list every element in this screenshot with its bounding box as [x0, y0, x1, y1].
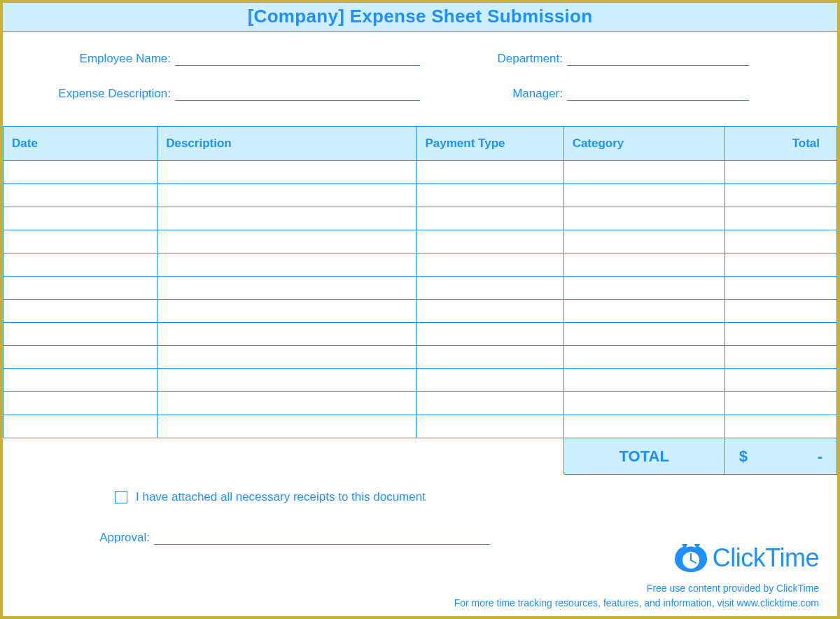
- cell-date[interactable]: [4, 346, 158, 369]
- employee-name-field: Employee Name:: [31, 50, 423, 66]
- col-header-description: Description: [158, 127, 416, 161]
- manager-input[interactable]: [567, 85, 749, 101]
- cell-date[interactable]: [4, 323, 158, 346]
- expense-description-field: Expense Description:: [31, 85, 423, 101]
- expense-sheet-document: [Company] Expense Sheet Submission Emplo…: [0, 0, 840, 619]
- cell-category[interactable]: [564, 415, 724, 438]
- manager-label: Manager:: [423, 87, 563, 101]
- table-header-row: Date Description Payment Type Category T…: [4, 127, 837, 161]
- cell-payment_type[interactable]: [416, 392, 564, 415]
- approval-field: Approval:: [87, 529, 809, 545]
- cell-payment_type[interactable]: [416, 161, 564, 184]
- cell-total[interactable]: [724, 346, 836, 369]
- department-label: Department:: [423, 52, 563, 66]
- cell-payment_type[interactable]: [416, 346, 564, 369]
- table-row: [4, 230, 837, 253]
- footer-attribution: Free use content provided by ClickTime F…: [454, 581, 819, 611]
- col-header-total: Total: [724, 127, 836, 161]
- table-row: [4, 207, 837, 230]
- cell-category[interactable]: [564, 369, 724, 392]
- footer-line-2: For more time tracking resources, featur…: [454, 596, 819, 611]
- total-amount: -: [818, 447, 822, 466]
- cell-payment_type[interactable]: [416, 415, 564, 438]
- cell-date[interactable]: [4, 369, 158, 392]
- clicktime-logo: ClickTime: [673, 543, 819, 573]
- cell-date[interactable]: [4, 230, 158, 253]
- cell-date[interactable]: [4, 184, 158, 207]
- table-row: [4, 161, 837, 184]
- footer-line-1: Free use content provided by ClickTime: [454, 581, 819, 596]
- cell-category[interactable]: [564, 346, 724, 369]
- receipts-checkbox[interactable]: [115, 491, 127, 503]
- cell-payment_type[interactable]: [416, 369, 564, 392]
- cell-category[interactable]: [564, 253, 724, 277]
- employee-name-input[interactable]: [175, 50, 420, 66]
- cell-total[interactable]: [724, 230, 836, 253]
- cell-date[interactable]: [4, 253, 158, 277]
- page-title: [Company] Expense Sheet Submission: [3, 6, 837, 27]
- total-row: TOTAL $ -: [4, 438, 837, 475]
- expense-description-input[interactable]: [175, 85, 420, 101]
- col-header-category: Category: [564, 127, 724, 161]
- cell-description[interactable]: [158, 415, 416, 438]
- total-currency: $: [739, 447, 748, 465]
- cell-category[interactable]: [564, 392, 724, 415]
- cell-date[interactable]: [4, 207, 158, 230]
- cell-total[interactable]: [724, 300, 836, 323]
- employee-name-label: Employee Name:: [31, 52, 171, 66]
- receipts-label: I have attached all necessary receipts t…: [136, 490, 426, 504]
- cell-category[interactable]: [564, 207, 724, 230]
- cell-description[interactable]: [158, 253, 416, 277]
- cell-category[interactable]: [564, 277, 724, 300]
- cell-category[interactable]: [564, 184, 724, 207]
- cell-date[interactable]: [4, 161, 158, 184]
- cell-total[interactable]: [724, 207, 836, 230]
- cell-date[interactable]: [4, 300, 158, 323]
- cell-payment_type[interactable]: [416, 207, 564, 230]
- cell-total[interactable]: [724, 392, 836, 415]
- col-header-payment-type: Payment Type: [416, 127, 564, 161]
- cell-date[interactable]: [4, 415, 158, 438]
- table-row: [4, 392, 837, 415]
- cell-payment_type[interactable]: [416, 184, 564, 207]
- table-row: [4, 184, 837, 207]
- cell-description[interactable]: [158, 323, 416, 346]
- cell-payment_type[interactable]: [416, 253, 564, 277]
- total-label: TOTAL: [564, 438, 724, 475]
- expense-description-label: Expense Description:: [31, 87, 171, 101]
- cell-total[interactable]: [724, 161, 836, 184]
- cell-description[interactable]: [158, 207, 416, 230]
- cell-payment_type[interactable]: [416, 230, 564, 253]
- cell-description[interactable]: [158, 230, 416, 253]
- cell-total[interactable]: [724, 369, 836, 392]
- cell-description[interactable]: [158, 300, 416, 323]
- cell-description[interactable]: [158, 184, 416, 207]
- approval-label: Approval:: [87, 531, 150, 545]
- cell-date[interactable]: [4, 392, 158, 415]
- title-band: [Company] Expense Sheet Submission: [3, 3, 837, 32]
- table-row: [4, 300, 837, 323]
- cell-payment_type[interactable]: [416, 277, 564, 300]
- cell-category[interactable]: [564, 161, 724, 184]
- receipts-attestation: I have attached all necessary receipts t…: [115, 490, 809, 504]
- cell-total[interactable]: [724, 323, 836, 346]
- cell-date[interactable]: [4, 277, 158, 300]
- cell-total[interactable]: [724, 415, 836, 438]
- department-input[interactable]: [567, 50, 749, 66]
- cell-description[interactable]: [158, 277, 416, 300]
- cell-category[interactable]: [564, 230, 724, 253]
- cell-description[interactable]: [158, 392, 416, 415]
- cell-payment_type[interactable]: [416, 323, 564, 346]
- cell-total[interactable]: [724, 253, 836, 277]
- cell-total[interactable]: [724, 277, 836, 300]
- cell-description[interactable]: [158, 346, 416, 369]
- manager-field: Manager:: [423, 85, 787, 101]
- cell-category[interactable]: [564, 323, 724, 346]
- cell-total[interactable]: [724, 184, 836, 207]
- cell-description[interactable]: [158, 369, 416, 392]
- table-row: [4, 277, 837, 300]
- cell-category[interactable]: [564, 300, 724, 323]
- cell-description[interactable]: [158, 161, 416, 184]
- approval-input[interactable]: [154, 529, 490, 545]
- cell-payment_type[interactable]: [416, 300, 564, 323]
